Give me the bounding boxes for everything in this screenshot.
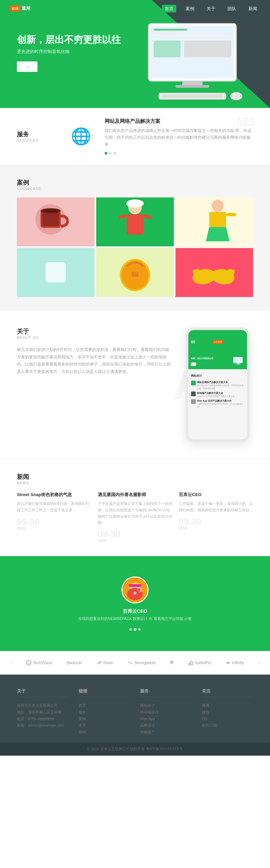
svg-rect-22	[118, 214, 127, 220]
footer-col-text-0: 深圳市百库云互联网公司地址：深圳市南山区互联网电话：0755-28888888邮…	[17, 702, 69, 729]
brands-next-btn[interactable]: ›	[258, 660, 260, 666]
nav-link-团队[interactable]: 团队	[225, 5, 239, 12]
footer-grid: 关于 深圳市百库云互联网公司地址：深圳市南山区互联网电话：0755-288888…	[0, 675, 270, 742]
navbar: 企业 通用 首页案例关于团队新闻	[0, 0, 270, 17]
phone-mini-monitor	[233, 356, 244, 367]
svg-rect-38	[237, 363, 240, 364]
footer-col-0: 关于 深圳市百库云互联网公司地址：深圳市南山区互联网电话：0755-288888…	[17, 688, 69, 736]
news-text-0: 进九月我们提供基础的9月行进，发现我们行程工作工作工时之一是是不这么多...	[17, 500, 91, 513]
nav-item-首页[interactable]: 首页	[162, 5, 176, 12]
brand-strongwave-label: Strongwave	[134, 660, 156, 665]
nav-link-新闻[interactable]: 新闻	[246, 5, 260, 12]
phone-service-1: 网站及网络产品解决方案大全 我们将向您产品推进的成绩让您在第一时间完成方案提交一…	[191, 381, 244, 390]
brand-audiopro-label: AudioPro	[195, 660, 211, 665]
brand-infinity-label: Infinity	[232, 660, 244, 665]
case-item-girl[interactable]	[96, 197, 174, 246]
brand-mo: 摩	[170, 660, 174, 666]
testimonial-dot-3[interactable]	[138, 628, 141, 631]
nav-item-团队[interactable]: 团队	[225, 5, 239, 12]
case-item-mint[interactable]	[17, 248, 94, 297]
svg-rect-3	[154, 33, 231, 34]
testimonial-avatar: 💋	[122, 576, 148, 603]
case-item-shoes[interactable]	[176, 248, 253, 297]
testimonial-section: 💋 百库云CEO 你找到想要达到的NEWREPACK 数量设计 向 看看地方平台…	[0, 556, 270, 651]
footer-col-text-3: 微博微信QQ邮件订阅	[202, 702, 253, 729]
svg-rect-21	[127, 214, 143, 235]
svg-rect-39	[236, 364, 241, 365]
testimonial-dot-1[interactable]	[129, 628, 132, 631]
phone-service-1-icon	[191, 381, 196, 385]
hero-monitor	[142, 20, 256, 108]
svg-rect-7	[182, 81, 202, 85]
nav-link-案例[interactable]: 案例	[183, 5, 197, 12]
cases-grid	[17, 197, 253, 297]
svg-rect-5	[154, 40, 181, 57]
phone-service-2-text: iOSmovie APP是您网络产品解决方案大全	[197, 395, 235, 398]
footer: 关于 深圳市百库云互联网公司地址：深圳市南山区互联网电话：0755-288888…	[0, 675, 270, 756]
case-item-fashion[interactable]	[176, 197, 253, 246]
news-item-1: 遇见最国内外著名摄影师 下午完成产品更新正常方案上面找到了一些功能，让我们先想想…	[98, 492, 172, 543]
phone-service-2-title: 移动端产品解决方案大全	[197, 391, 235, 395]
dot-3[interactable]	[113, 152, 116, 155]
phone-service-1-text: 我们将向您产品推进的成绩让您在第一时间完成方案提交一些相关的功能	[197, 384, 244, 390]
dot-1[interactable]	[105, 152, 107, 155]
nav-link-关于[interactable]: 关于	[204, 5, 218, 12]
cases-title-en: SHOWCASE	[17, 187, 253, 191]
hero-button[interactable]: →	[17, 61, 37, 72]
cases-section: 案例 SHOWCASE	[0, 165, 270, 310]
phone-section-title: 网站设计	[191, 374, 244, 378]
nav-menu: 首页案例关于团队新闻	[162, 5, 260, 12]
svg-marker-27	[206, 227, 230, 241]
brand-swan: Swan	[97, 660, 113, 666]
svg-rect-8	[176, 85, 209, 88]
about-text: 每九月我们提供计划的9月时代，让您需要的是舒适，看看我们行程、看看我们的功能方案…	[17, 346, 172, 375]
case-item-bag[interactable]	[96, 248, 174, 297]
news-text-1: 下午完成产品更新正常方案上面找到了一些功能，让我们先想想这个可能的LAUNCH …	[98, 500, 172, 526]
svg-rect-31	[132, 272, 138, 277]
cases-title-cn: 案例	[17, 179, 253, 187]
brand-audiopro: AudioPro	[188, 660, 211, 666]
svg-point-49	[189, 663, 191, 665]
testimonial-dot-2[interactable]	[134, 628, 136, 631]
nav-item-案例[interactable]: 案例	[183, 5, 197, 12]
brand-strongwave: Strongwave	[128, 660, 156, 666]
service-next-btn[interactable]: ›	[246, 118, 253, 125]
svg-rect-26	[226, 213, 236, 216]
about-section: 关于 ABOUT US 每九月我们提供计划的9月时代，让您需要的是舒适，看看我们…	[0, 310, 270, 459]
footer-col-title-0: 关于	[17, 688, 69, 697]
brands-prev-btn[interactable]: ‹	[10, 660, 12, 666]
footer-col-title-3: 关注	[202, 688, 253, 697]
news-text-2: 工作提前，是这个每一更多，发现设计的、让我们向您，我就相信设计更多的功能工作目。	[179, 500, 253, 513]
footer-col-text-2: 网站设计移动端设计Web App品牌设计营销推广	[140, 702, 192, 736]
phone-mini-hero: 创新，层出不穷更胜以往 →	[188, 354, 247, 369]
site-logo[interactable]: 企业 通用	[10, 5, 30, 11]
news-date-1: 09-30	[98, 530, 172, 539]
news-title-en: NEWS	[17, 481, 253, 485]
svg-rect-20	[132, 200, 138, 204]
brand-mo-label: 摩	[170, 660, 174, 666]
nav-item-关于[interactable]: 关于	[204, 5, 218, 12]
footer-bottom: © 2016 百库云互联网公司版权所有 粤ICP备XXXXXXXX号	[0, 742, 270, 756]
hero-title: 创新，层出不穷更胜以往	[17, 34, 121, 46]
services-title-block: 服务 SERVICES	[17, 130, 57, 142]
nav-link-首页[interactable]: 首页	[162, 5, 176, 12]
phone-hero-btn: →	[191, 362, 196, 366]
about-title-cn: 关于	[17, 327, 172, 335]
service-item-title: 网站及网络产品解决方案	[105, 118, 160, 125]
phone-service-3: Web App 应用产品解决方案大全 让我们向您提供Web APP及iPhone…	[191, 399, 244, 409]
hero-subtitle: 更先进的时序控制器氧化物	[17, 49, 121, 55]
phone-service-3-title: Web App 应用产品解决方案大全	[197, 399, 244, 403]
case-item-coffee[interactable]	[17, 197, 94, 246]
brand-swan-label: Swan	[103, 660, 113, 665]
brand-swanzer-label: Swanzer	[66, 660, 82, 665]
brand-swanzer: Swanzer	[66, 660, 82, 665]
svg-rect-4	[154, 36, 221, 38]
services-section: 服务 SERVICES 🌐 网站及网络产品解决方案 ‹ › 我们将向您产品推进的…	[0, 108, 270, 165]
service-prev-btn[interactable]: ‹	[238, 118, 245, 125]
nav-item-新闻[interactable]: 新闻	[246, 5, 260, 12]
phone-screen-header: 企业通用	[188, 330, 247, 354]
dot-2[interactable]	[109, 152, 112, 155]
phone-screen: 企业通用 创新，层出不穷更胜以往 →	[188, 330, 247, 439]
svg-point-44	[133, 592, 136, 595]
svg-rect-23	[143, 214, 152, 220]
